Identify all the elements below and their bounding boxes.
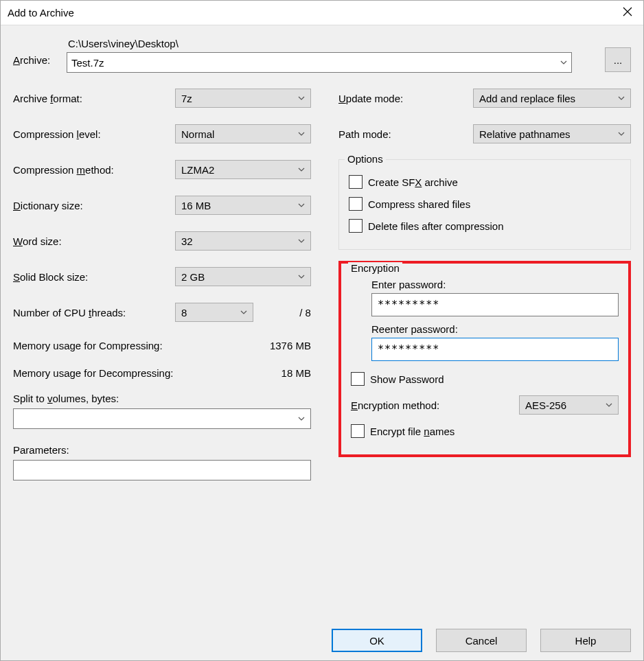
- compression-method-select[interactable]: LZMA2: [175, 160, 311, 179]
- archive-format-label: Archive format:: [13, 93, 175, 104]
- archive-label: Archive:: [13, 38, 54, 66]
- browse-label: ...: [614, 54, 623, 66]
- encryption-method-label: Encryption method:: [351, 399, 439, 411]
- cancel-button[interactable]: Cancel: [436, 629, 527, 652]
- create-sfx-checkbox[interactable]: [349, 175, 363, 189]
- create-sfx-label: Create SFX archive: [368, 176, 458, 188]
- enter-password-label: Enter password:: [371, 279, 619, 290]
- show-password-checkbox[interactable]: [351, 372, 365, 386]
- archive-format-select[interactable]: 7z: [175, 89, 311, 108]
- chevron-down-icon: [298, 415, 305, 422]
- split-volumes-combo[interactable]: [13, 408, 311, 429]
- cpu-threads-select[interactable]: 8: [175, 303, 253, 322]
- chevron-down-icon: [298, 166, 305, 173]
- chevron-down-icon: [298, 130, 305, 137]
- archive-filename: Test.7z: [71, 57, 560, 69]
- cpu-threads-total: / 8: [299, 307, 311, 318]
- left-column: Archive format: 7z Compression level: No…: [13, 88, 311, 480]
- cpu-threads-label: Number of CPU threads:: [13, 307, 175, 318]
- chevron-down-icon: [298, 273, 305, 280]
- update-mode-select[interactable]: Add and replace files: [473, 89, 631, 108]
- memory-compress-value: 1376 MB: [270, 340, 311, 351]
- options-group: Options Create SFX archive Compress shar…: [338, 159, 631, 250]
- enter-password-input[interactable]: *********: [371, 293, 619, 316]
- word-size-label: Word size:: [13, 235, 175, 247]
- client-area: Archive: C:\Users\viney\Desktop\ Test.7z…: [1, 25, 643, 660]
- compress-shared-label: Compress shared files: [368, 198, 470, 210]
- word-size-select[interactable]: 32: [175, 231, 311, 251]
- solid-block-size-label: Solid Block size:: [13, 271, 175, 283]
- compression-level-label: Compression level:: [13, 128, 175, 140]
- encrypt-filenames-checkbox[interactable]: [351, 424, 365, 438]
- update-mode-label: Update mode:: [338, 93, 473, 104]
- chevron-down-icon: [298, 95, 305, 102]
- path-mode-label: Path mode:: [338, 128, 473, 140]
- memory-compress-label: Memory usage for Compressing:: [13, 340, 163, 351]
- chevron-down-icon: [240, 309, 247, 316]
- archive-row: Archive: C:\Users\viney\Desktop\ Test.7z…: [13, 38, 631, 73]
- ok-button[interactable]: OK: [332, 629, 422, 652]
- compress-shared-checkbox[interactable]: [349, 197, 363, 211]
- browse-button[interactable]: ...: [605, 47, 631, 72]
- compression-method-label: Compression method:: [13, 164, 175, 176]
- encrypt-filenames-label: Encrypt file names: [370, 426, 455, 437]
- dictionary-size-label: Dictionary size:: [13, 200, 175, 211]
- split-volumes-label: Split to volumes, bytes:: [13, 393, 311, 404]
- archive-filename-combo[interactable]: Test.7z: [67, 52, 572, 73]
- memory-decompress-value: 18 MB: [281, 367, 311, 379]
- archive-directory: C:\Users\viney\Desktop\: [67, 38, 572, 49]
- dictionary-size-select[interactable]: 16 MB: [175, 196, 311, 215]
- chevron-down-icon: [618, 130, 625, 137]
- solid-block-size-select[interactable]: 2 GB: [175, 267, 311, 286]
- right-column: Update mode: Add and replace files Path …: [338, 88, 631, 457]
- encryption-method-select[interactable]: AES-256: [519, 395, 619, 415]
- encryption-legend: Encryption: [348, 262, 402, 277]
- delete-after-checkbox[interactable]: [349, 219, 363, 233]
- add-to-archive-dialog: Add to Archive Archive: C:\Users\viney\D…: [0, 0, 644, 661]
- options-legend: Options: [345, 153, 386, 165]
- help-button[interactable]: Help: [540, 629, 631, 652]
- path-mode-select[interactable]: Relative pathnames: [473, 124, 631, 143]
- chevron-down-icon: [560, 59, 567, 66]
- show-password-label: Show Password: [370, 373, 444, 385]
- reenter-password-input[interactable]: *********: [371, 338, 619, 361]
- memory-decompress-label: Memory usage for Decompressing:: [13, 367, 173, 379]
- parameters-label: Parameters:: [13, 444, 311, 456]
- close-button[interactable]: [612, 1, 643, 25]
- chevron-down-icon: [298, 237, 305, 244]
- window-title: Add to Archive: [8, 7, 74, 19]
- reenter-password-label: Reenter password:: [371, 323, 619, 335]
- chevron-down-icon: [298, 202, 305, 209]
- dialog-buttons: OK Cancel Help: [13, 621, 631, 652]
- chevron-down-icon: [618, 95, 625, 102]
- titlebar: Add to Archive: [1, 1, 643, 25]
- compression-level-select[interactable]: Normal: [175, 124, 311, 143]
- close-icon: [623, 7, 632, 19]
- chevron-down-icon: [606, 402, 612, 408]
- delete-after-label: Delete files after compression: [368, 220, 504, 232]
- encryption-group: Encryption Enter password: ********* Ree…: [338, 261, 631, 457]
- parameters-input[interactable]: [13, 460, 311, 480]
